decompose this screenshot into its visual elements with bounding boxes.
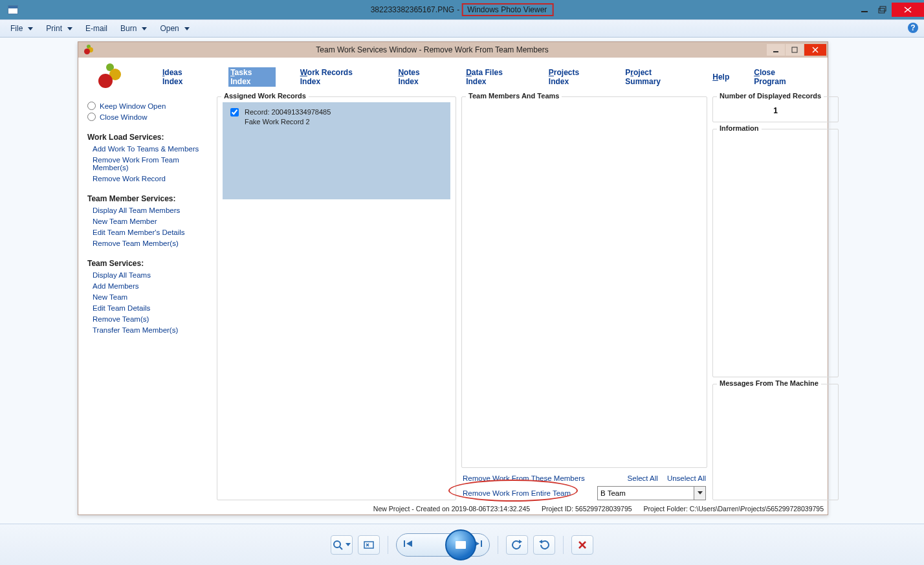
photo-viewer-window: 382233382365167.PNG - Windows Photo View… bbox=[0, 0, 924, 565]
help-button[interactable]: ? bbox=[907, 22, 920, 35]
svg-rect-27 bbox=[457, 542, 465, 547]
record-line1: Record: 200491334978485 bbox=[245, 107, 331, 117]
svg-rect-22 bbox=[404, 540, 405, 547]
app-statusbar: New Project - Created on 2019-08-06T23:1… bbox=[78, 503, 828, 515]
pv-titlebar: 382233382365167.PNG - Windows Photo View… bbox=[0, 0, 924, 19]
pv-separator: - bbox=[457, 5, 459, 14]
rotate-ccw-button[interactable] bbox=[506, 535, 528, 555]
svg-rect-19 bbox=[364, 542, 373, 548]
app-main: Keep Window Open Close Window Work Load … bbox=[78, 96, 828, 503]
app-title: Team Work Services Window - Remove Work … bbox=[98, 45, 767, 54]
help-icon: ? bbox=[907, 22, 919, 34]
assigned-list: Record: 200491334978485 Fake Work Record… bbox=[223, 102, 450, 199]
link-remove-member[interactable]: Remove Team Member(s) bbox=[93, 239, 210, 247]
close-icon bbox=[903, 6, 912, 14]
rotate-ccw-icon bbox=[511, 540, 523, 550]
toolbar-separator bbox=[498, 536, 498, 554]
svg-marker-6 bbox=[67, 27, 72, 30]
link-select-all[interactable]: Select All bbox=[628, 474, 658, 482]
link-edit-team[interactable]: Edit Team Details bbox=[93, 304, 210, 312]
svg-rect-12 bbox=[792, 47, 797, 52]
radio-keep-open[interactable]: Keep Window Open bbox=[87, 102, 210, 110]
tab-ideas[interactable]: Ideas Index bbox=[162, 68, 204, 86]
displayed-count: 1 bbox=[718, 102, 833, 116]
radio-keep-open-input[interactable] bbox=[87, 102, 96, 110]
svg-marker-7 bbox=[142, 27, 147, 30]
prev-button[interactable] bbox=[403, 539, 413, 551]
menu-burn-label: Burn bbox=[120, 24, 137, 33]
menu-print[interactable]: Print bbox=[39, 20, 79, 37]
link-edit-member[interactable]: Edit Team Member's Details bbox=[93, 228, 210, 236]
minimize-icon bbox=[861, 6, 868, 14]
link-remove-work-members[interactable]: Remove Work From Team Member(s) bbox=[93, 156, 210, 172]
tab-close-program[interactable]: Close Program bbox=[754, 68, 808, 86]
legend-teams: Team Members And Teams bbox=[466, 92, 562, 100]
menu-email[interactable]: E-mail bbox=[79, 20, 114, 37]
tab-notes[interactable]: Notes Index bbox=[398, 68, 441, 86]
team-actions: Remove Work From These Members Select Al… bbox=[461, 472, 707, 500]
app-maximize-button[interactable] bbox=[786, 44, 804, 56]
link-add-members[interactable]: Add Members bbox=[93, 282, 210, 290]
slideshow-button[interactable] bbox=[445, 529, 476, 560]
heading-team: Team Services: bbox=[87, 259, 210, 268]
tab-work-records[interactable]: Work Records Index bbox=[300, 68, 374, 86]
rotate-cw-icon bbox=[538, 540, 550, 550]
tab-summary[interactable]: Project Summary bbox=[625, 68, 688, 86]
legend-messages: Messages From The Machine bbox=[717, 379, 821, 387]
radio-close-window-label: Close Window bbox=[100, 113, 148, 121]
rotate-cw-button[interactable] bbox=[533, 535, 555, 555]
restore-button[interactable] bbox=[874, 3, 892, 16]
fit-button[interactable] bbox=[358, 535, 380, 555]
app-icon bbox=[83, 45, 94, 55]
menu-open[interactable]: Open bbox=[153, 20, 195, 37]
legend-info: Information bbox=[717, 124, 762, 132]
svg-rect-25 bbox=[481, 540, 482, 547]
svg-marker-18 bbox=[346, 543, 351, 546]
radio-close-window-input[interactable] bbox=[87, 113, 96, 121]
link-new-team[interactable]: New Team bbox=[93, 293, 210, 301]
link-remove-work-record[interactable]: Remove Work Record bbox=[93, 175, 210, 183]
col-teams: Team Members And Teams Remove Work From … bbox=[461, 96, 707, 500]
minimize-button[interactable] bbox=[855, 3, 874, 16]
radio-close-window[interactable]: Close Window bbox=[87, 113, 210, 121]
tab-data-files[interactable]: Data Files Index bbox=[466, 68, 524, 86]
app-close-button[interactable] bbox=[804, 44, 826, 56]
pv-window-buttons bbox=[855, 0, 924, 19]
pv-menubar: File Print E-mail Burn Open ? bbox=[0, 19, 924, 38]
groupbox-assigned: Assigned Work Records Record: 2004913349… bbox=[217, 96, 456, 500]
link-transfer[interactable]: Transfer Team Member(s) bbox=[93, 326, 210, 334]
chevron-down-icon bbox=[28, 24, 33, 33]
prev-icon bbox=[403, 539, 413, 548]
link-remove-team[interactable]: Remove Team(s) bbox=[93, 315, 210, 323]
link-add-work[interactable]: Add Work To Teams & Members bbox=[93, 145, 210, 153]
delete-button[interactable] bbox=[571, 535, 593, 555]
app-minimize-button[interactable] bbox=[767, 44, 785, 56]
link-unselect-all[interactable]: Unselect All bbox=[667, 474, 706, 482]
team-select-input[interactable] bbox=[597, 486, 694, 500]
link-display-teams[interactable]: Display All Teams bbox=[93, 271, 210, 279]
svg-marker-23 bbox=[406, 540, 412, 547]
tab-help[interactable]: Help bbox=[712, 72, 729, 82]
assigned-record-row[interactable]: Record: 200491334978485 Fake Work Record… bbox=[228, 107, 445, 127]
toolbar-separator bbox=[563, 536, 564, 554]
team-select-dropdown-button[interactable] bbox=[694, 486, 706, 500]
link-remove-from-members[interactable]: Remove Work From These Members bbox=[463, 474, 585, 482]
record-checkbox[interactable] bbox=[230, 108, 239, 116]
svg-point-16 bbox=[334, 541, 340, 548]
groupbox-teams: Team Members And Teams bbox=[461, 96, 707, 468]
link-display-members[interactable]: Display All Team Members bbox=[93, 206, 210, 214]
status-right: Project Folder: C:\Users\Darren\Projects… bbox=[644, 505, 824, 513]
toolbar-separator bbox=[388, 536, 388, 554]
link-new-member[interactable]: New Team Member bbox=[93, 217, 210, 225]
chevron-down-icon bbox=[142, 24, 147, 33]
chevron-down-icon bbox=[346, 543, 351, 547]
pv-close-button[interactable] bbox=[892, 3, 924, 17]
tab-tasks[interactable]: Tasks Index bbox=[228, 67, 276, 87]
menu-burn[interactable]: Burn bbox=[114, 20, 153, 37]
app-window: Team Work Services Window - Remove Work … bbox=[78, 41, 828, 515]
zoom-button[interactable] bbox=[331, 535, 353, 555]
menu-file[interactable]: File bbox=[4, 20, 39, 37]
svg-text:?: ? bbox=[910, 23, 915, 32]
tab-projects[interactable]: Projects Index bbox=[549, 68, 601, 86]
link-remove-entire-team[interactable]: Remove Work From Entire Team bbox=[463, 489, 571, 497]
